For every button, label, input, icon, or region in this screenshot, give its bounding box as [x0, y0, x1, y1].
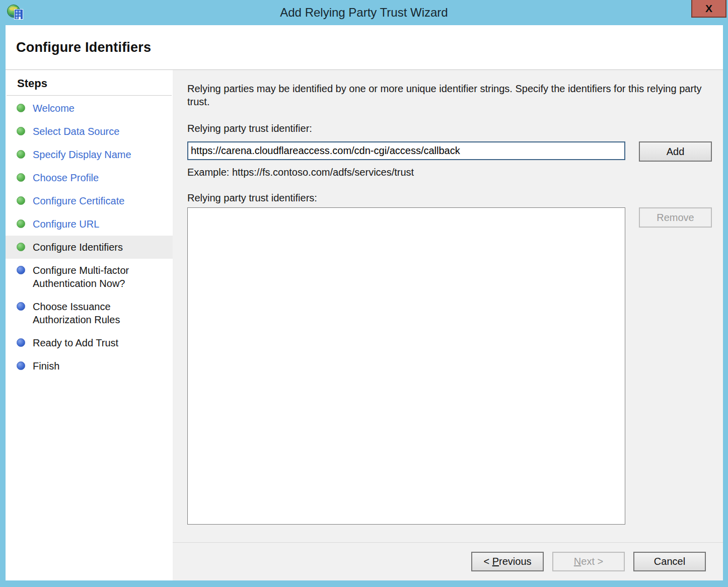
sidebar-item-choose-profile[interactable]: Choose Profile	[6, 166, 173, 189]
step-status-icon	[17, 266, 25, 274]
page-header: Configure Identifiers	[6, 25, 723, 70]
steps-heading: Steps	[7, 76, 172, 96]
step-status-icon	[17, 173, 25, 182]
close-button[interactable]: X	[691, 0, 726, 18]
step-item-label: Configure Multi-factor Authentication No…	[33, 264, 159, 290]
step-item-label: Choose Profile	[33, 171, 99, 184]
step-status-icon	[17, 243, 25, 251]
remove-button[interactable]: Remove	[639, 207, 712, 228]
step-status-icon	[17, 196, 25, 205]
add-button[interactable]: Add	[639, 141, 712, 162]
sidebar-item-configure-multi-factor-authentication-now: Configure Multi-factor Authentication No…	[6, 259, 173, 295]
adfs-app-icon	[7, 4, 25, 22]
previous-button[interactable]: < Previous	[471, 552, 544, 571]
main-pane: Relying parties may be identified by one…	[173, 70, 723, 580]
cancel-button[interactable]: Cancel	[633, 552, 706, 571]
sidebar-item-configure-identifiers: Configure Identifiers	[6, 236, 173, 259]
sidebar-item-configure-certificate[interactable]: Configure Certificate	[6, 189, 173, 212]
step-item-label: Configure Certificate	[33, 194, 124, 207]
step-item-label: Select Data Source	[33, 125, 119, 138]
footer-bar: < Previous Next > Cancel	[173, 542, 723, 580]
step-item-label: Specify Display Name	[33, 148, 131, 161]
sidebar-item-specify-display-name[interactable]: Specify Display Name	[6, 143, 173, 166]
sidebar-item-configure-url[interactable]: Configure URL	[6, 212, 173, 236]
relying-party-identifier-input[interactable]	[187, 141, 625, 160]
next-button[interactable]: Next >	[552, 552, 625, 571]
wizard-content: Configure Identifiers Steps Welcome Sele…	[6, 25, 723, 580]
sidebar-item-ready-to-add-trust: Ready to Add Trust	[6, 331, 173, 354]
identifiers-list-label: Relying party trust identifiers:	[187, 192, 723, 204]
example-text: Example: https://fs.contoso.com/adfs/ser…	[187, 167, 723, 178]
window-title: Add Relying Party Trust Wizard	[280, 6, 448, 20]
step-item-label: Choose Issuance Authorization Rules	[33, 300, 159, 326]
identifiers-listbox[interactable]	[187, 207, 625, 525]
step-status-icon	[17, 104, 25, 112]
step-status-icon	[17, 127, 25, 135]
sidebar-item-finish: Finish	[6, 354, 173, 378]
page-title: Configure Identifiers	[16, 40, 151, 55]
sidebar-item-welcome[interactable]: Welcome	[6, 97, 173, 120]
step-status-icon	[17, 150, 25, 159]
step-status-icon	[17, 302, 25, 311]
step-item-label: Configure URL	[33, 217, 99, 231]
identifier-label: Relying party trust identifier:	[187, 123, 723, 134]
step-item-label: Configure Identifiers	[33, 241, 123, 254]
steps-sidebar: Steps Welcome Select Data Source Specify…	[6, 70, 173, 580]
title-bar: Add Relying Party Trust Wizard X	[0, 0, 728, 25]
steps-list: Welcome Select Data Source Specify Displ…	[6, 96, 173, 378]
sidebar-item-select-data-source[interactable]: Select Data Source	[6, 120, 173, 143]
wizard-window: Add Relying Party Trust Wizard X Configu…	[0, 0, 728, 587]
step-status-icon	[17, 338, 25, 347]
step-status-icon	[17, 219, 25, 228]
step-item-label: Ready to Add Trust	[33, 336, 118, 349]
page-description: Relying parties may be identified by one…	[187, 82, 706, 108]
step-status-icon	[17, 361, 25, 370]
step-item-label: Welcome	[33, 102, 75, 115]
sidebar-item-choose-issuance-authorization-rules: Choose Issuance Authorization Rules	[6, 295, 173, 331]
step-item-label: Finish	[33, 359, 59, 373]
